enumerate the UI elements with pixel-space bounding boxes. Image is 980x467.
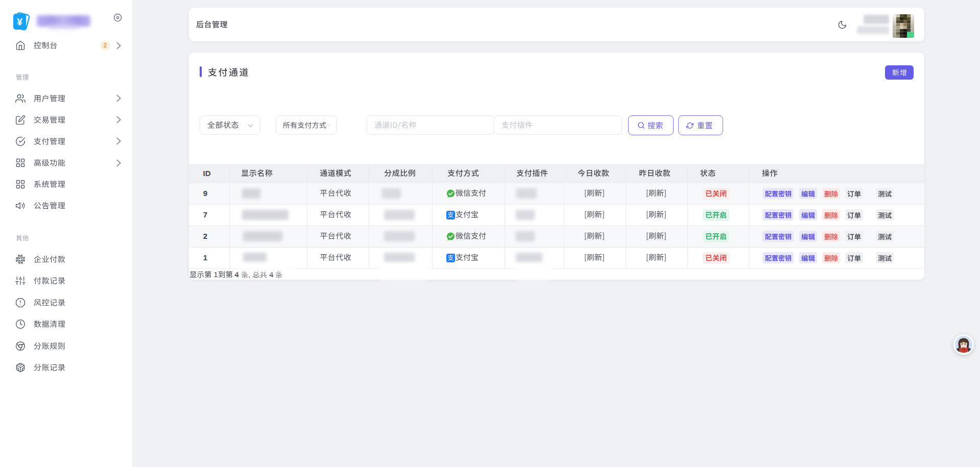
svg-text:¥: ¥ [17, 16, 23, 28]
